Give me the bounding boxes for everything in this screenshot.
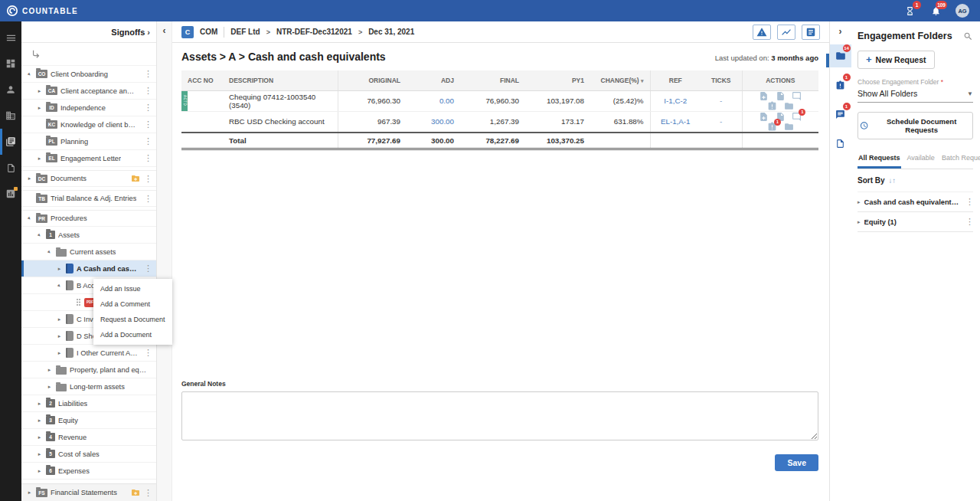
tree-arrow-icon[interactable]: ▸ [54,280,64,290]
tree-arrow-icon[interactable]: ▸ [36,434,43,440]
menu-icon[interactable] [0,25,21,51]
sidebar-tree-item[interactable]: ▸ 1 Assets ⋮ [21,227,156,244]
search-icon[interactable] [963,31,973,41]
tree-arrow-icon[interactable]: ▸ [46,384,53,390]
sidebar-tree-item[interactable]: ▸ PR Procedures ⋮ [21,210,156,227]
dashboard-icon[interactable] [0,51,21,77]
tree-arrow-icon[interactable]: ▸ [36,156,43,162]
tree-arrow-icon[interactable]: ▸ [26,490,33,496]
sidebar-tree-item[interactable]: KC Knowledge of client business ⋮ [21,116,156,133]
context-menu-item[interactable]: Add an Issue [93,281,172,296]
tree-arrow-icon[interactable]: ▸ [44,247,54,256]
folders-icon[interactable]: 14 [830,44,851,67]
breadcrumb-entity[interactable]: DEF Ltd [230,28,260,36]
tree-arrow-icon[interactable]: ▸ [24,69,34,78]
context-menu-item[interactable]: Add a Comment [93,296,172,312]
add-folder-icon[interactable] [130,174,141,183]
documents-icon[interactable] [0,155,21,181]
tree-arrow-icon[interactable]: ▸ [56,266,63,272]
warning-triangle-icon[interactable] [753,25,771,40]
kebab-menu-icon[interactable]: ⋮ [144,194,152,204]
schedule-document-requests-button[interactable]: Schedule Document Requests [858,112,973,139]
tree-arrow-icon[interactable]: ▸ [26,175,33,182]
sidebar-tree-item[interactable]: ▸ A Cash and cash equivale... ⋮ [21,260,156,277]
tree-arrow-icon[interactable]: ▸ [858,219,861,225]
request-tab[interactable]: Batch Requests [941,150,980,169]
kebab-menu-icon[interactable]: ⋮ [144,153,152,163]
comment-icon[interactable]: 1 [792,112,802,122]
kebab-menu-icon[interactable]: ⋮ [144,174,152,184]
add-folder-icon[interactable] [130,488,141,497]
comments-icon[interactable]: 1 [830,103,851,126]
clients-icon[interactable] [0,77,21,103]
signoffs-link[interactable]: Signoffs› [21,21,156,43]
sidebar-tree-item[interactable]: PL Planning ⋮ [21,133,156,150]
breadcrumb-period[interactable]: Dec 31, 2021 [368,28,414,36]
collapse-all-icon[interactable] [31,50,41,59]
sidebar-tree-item[interactable]: ▸ 2 Liabilities ⋮ [21,395,156,412]
sidebar-tree-item[interactable]: ▸ 6 Expenses ⋮ [21,463,156,480]
tree-arrow-icon[interactable]: ▸ [56,333,63,339]
hourglass-icon[interactable]: 1 [903,5,916,17]
tree-arrow-icon[interactable]: ▸ [34,230,44,239]
templates-icon[interactable] [0,181,21,207]
tree-arrow-icon[interactable]: ▸ [36,88,43,94]
kebab-menu-icon[interactable]: ⋮ [144,348,152,358]
drag-handle-icon[interactable] [76,298,81,306]
sidebar-tree-item[interactable]: ▸ CA Client acceptance and continua... ⋮ [21,83,156,100]
kebab-menu-icon[interactable]: ⋮ [965,197,973,207]
bell-icon[interactable]: 109 [929,5,942,17]
tree-arrow-icon[interactable]: ▸ [36,451,43,457]
sort-arrows-icon[interactable]: ↓↑ [889,176,897,185]
comment-icon[interactable] [792,91,802,101]
sidebar-tree-item[interactable]: ▸ DC Documents ⋮ [21,170,156,187]
issue-icon[interactable]: 1 [767,122,777,132]
context-menu-item[interactable]: Request a Document [93,312,172,327]
sidebar-tree-item[interactable]: ▸ Current assets ⋮ [21,244,156,260]
tree-arrow-icon[interactable]: ▸ [36,468,43,474]
kebab-menu-icon[interactable]: ⋮ [965,217,973,227]
collapse-panel-button[interactable]: › [839,26,842,37]
sidebar-tree-item[interactable]: ▸ ID Independence ⋮ [21,100,156,116]
ref-link[interactable]: I-1,C-2 [664,97,687,105]
line-chart-icon[interactable] [777,25,795,40]
adj-link[interactable]: 0.00 [439,97,454,105]
kebab-menu-icon[interactable]: ⋮ [144,120,152,129]
engagements-icon[interactable] [0,129,21,155]
save-button[interactable]: Save [775,454,818,471]
request-group-row[interactable]: ▸ Cash and cash equivalents (13) ⋮ [858,192,973,212]
tree-arrow-icon[interactable]: ▸ [46,367,53,373]
tree-arrow-icon[interactable]: ▸ [24,214,34,223]
sidebar-tree-item[interactable]: TB Trial Balance & Adj. Entries ⋮ [21,190,156,207]
sort-descending-icon[interactable]: ▾ [641,78,644,84]
scrollbar-thumb[interactable] [826,54,829,67]
tree-arrow-icon[interactable]: ▸ [56,350,63,356]
general-notes-input[interactable] [181,391,818,440]
notes-icon[interactable] [802,25,820,40]
add-document-icon[interactable] [759,91,769,101]
request-tab[interactable]: All Requests [858,150,901,169]
sort-by-row[interactable]: Sort By ↓↑ [858,169,973,192]
adj-link[interactable]: 300.00 [431,117,454,126]
collapse-sidebar-button[interactable]: ‹ [163,25,166,36]
kebab-menu-icon[interactable]: ⋮ [144,69,152,79]
sidebar-tree-item[interactable]: ▸ EL Engagement Letter ⋮ [21,150,156,167]
add-document-icon[interactable] [759,112,769,122]
kebab-menu-icon[interactable]: ⋮ [144,264,152,273]
sidebar-tree-item[interactable]: ▸ I Other Current Assets ⋮ [21,345,156,362]
sidebar-tree-item[interactable]: ▸ FS Financial Statements ⋮ [21,484,156,501]
breadcrumb-engagement[interactable]: NTR-DEF-Dec312021 [276,28,352,36]
client-code[interactable]: COM [200,28,217,36]
kebab-menu-icon[interactable]: ⋮ [144,103,152,113]
tree-arrow-icon[interactable]: ▸ [858,199,861,205]
sidebar-tree-item[interactable]: ▸ 5 Cost of sales ⋮ [21,446,156,463]
copy-document-icon[interactable] [776,91,786,101]
ref-link[interactable]: EL-1,A-1 [661,117,691,126]
request-tab[interactable]: Available [906,150,936,169]
tree-arrow-icon[interactable]: ▸ [36,401,43,407]
tree-arrow-icon[interactable]: ▸ [36,105,43,111]
new-request-button[interactable]: + New Request [858,51,935,69]
tree-arrow-icon[interactable]: ▸ [36,418,43,424]
context-menu-item[interactable]: Add a Document [93,327,172,342]
avatar[interactable]: AG [956,4,969,18]
